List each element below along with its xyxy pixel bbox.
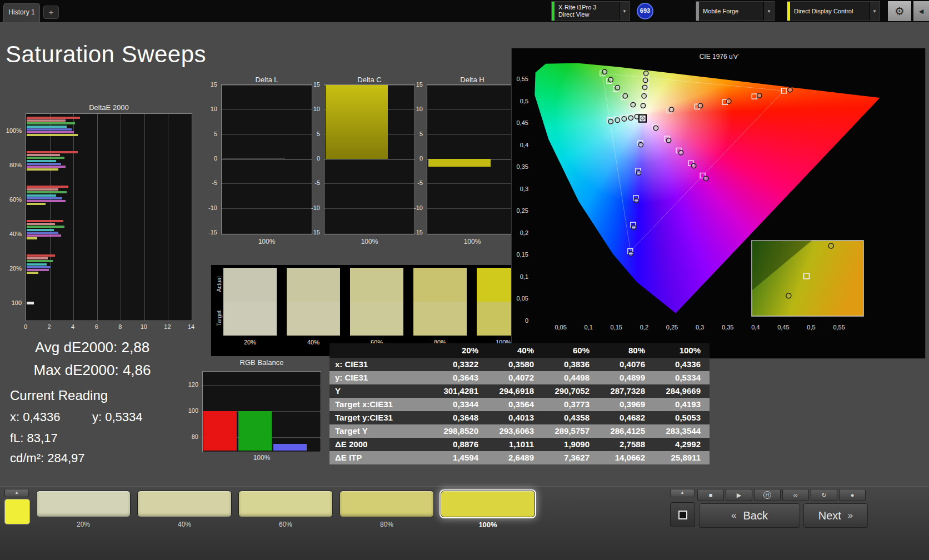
row-label: ΔE ITP [329,451,432,464]
next-button[interactable]: Next » [803,503,868,528]
bar [27,229,54,231]
measured-point-green [608,77,613,82]
bar [27,186,68,188]
bar [27,203,46,205]
bar [27,134,78,136]
swatch-label: 20% [223,336,277,346]
swatch-color [238,491,333,517]
cell-value: 0,4076 [598,358,654,371]
tick-label: 10 [211,106,217,112]
saturation-swatch-button-80%[interactable]: 80% [339,491,434,532]
current-x: x: 0,4336 [10,410,92,424]
bar [27,163,61,165]
swatch-label: 20% [36,517,131,528]
cell-value: 0,4899 [598,371,654,384]
table-row: Target x:CIE310,33440,35640,37730,39690,… [329,398,710,411]
actual-color [223,268,277,302]
bar [27,272,38,274]
actual-color [287,268,340,302]
y-tick-label: 0,35 [517,163,528,170]
meter-xrite-i1pro3[interactable]: X-Rite i1Pro 3 Direct View ▼ [551,1,630,21]
play-button[interactable]: ▶ [726,489,752,501]
current-cdm2: cd/m²: 284,97 [10,451,177,466]
column-header: 100% [654,343,710,358]
history-tab[interactable]: History 1 [3,3,40,22]
meter-mobile-forge[interactable]: Mobile Forge ▼ [696,1,775,21]
target-color [223,302,277,336]
back-button[interactable]: « Back [699,503,800,528]
gridline [222,159,312,159]
avg-de2000: Avg dE2000: 2,88 [8,339,177,356]
gridline [73,114,74,321]
tick-label: -10 [311,204,320,211]
plot-area [324,84,415,234]
meter-direct-display-control[interactable]: Direct Display Control ▼ [787,1,880,21]
saturation-swatch-button-40%[interactable]: 40% [137,491,232,532]
delta-l-chart: Delta L 151050-5-10-15 100% [202,76,312,249]
record-button[interactable]: ● [839,489,866,501]
saturation-swatch-button-20%[interactable]: 20% [36,491,131,532]
x-tick-label: 0,4 [751,324,760,331]
measured-point-yellow [642,94,646,98]
expand-left-button[interactable]: ▲ [4,489,29,497]
meter-text: Direct Display Control [790,2,869,21]
actual-color [350,268,403,302]
history-capture-button[interactable]: H [754,489,781,501]
cell-value: 0,5334 [654,371,710,384]
bar [27,269,49,271]
x-tick-label: 0,15 [611,324,622,331]
saturation-swatch-button-100%[interactable]: 100% [441,491,535,532]
gridline [121,114,121,321]
chevron-down-icon[interactable]: ▼ [619,2,630,21]
add-tab-button[interactable]: + [43,6,59,19]
chart-title: RGB Balance [202,358,321,367]
refresh-button[interactable]: ↻ [811,489,837,501]
tick-label: -10 [208,204,217,211]
current-reading-heading: Current Reading [10,388,177,403]
gridline [324,183,414,184]
tick-label: 100% [6,127,22,134]
cell-value: 294,6918 [487,384,543,398]
y-axis-labels: 80100120 [187,371,201,452]
plot-area [26,113,192,321]
target-color [350,302,403,336]
plot-area [221,84,312,234]
chevron-down-icon[interactable]: ▼ [869,2,880,21]
collapse-panel-button[interactable]: ◀ [913,1,929,21]
back-label: Back [743,509,768,522]
tick-label: -15 [311,229,320,236]
bar [27,200,66,202]
y-tick-label: 0,5 [520,98,528,104]
x-tick-label: 0,45 [777,324,789,331]
badge-693[interactable]: 693 [637,3,653,19]
table-row: Target y:CIE310,36480,40130,43580,46820,… [329,411,710,424]
square-stop-icon [678,511,687,519]
continuous-read-button[interactable]: ∞ [782,489,809,501]
table-row: ΔE ITP1,45942,64897,362714,066225,8911 [329,451,710,464]
target-color [413,302,467,336]
saturation-swatch-button-60%[interactable]: 60% [238,491,333,532]
swatch-color [137,491,232,517]
y-axis-labels: 100%80%60%40%20%100 [3,113,23,321]
bar [27,226,64,228]
tick-label: -15 [208,229,217,236]
chevron-down-icon[interactable]: ▼ [763,2,774,21]
tick-label: 10 [416,106,423,112]
cell-value: 25,8911 [654,451,710,464]
delta-c-chart: Delta C 151050-5-10-15 100% [305,76,415,249]
current-color-swatch[interactable] [4,499,30,524]
gridline [324,159,414,159]
stop-measure-button[interactable] [670,502,695,527]
table-header-row: 20%40%60%80%100% [329,343,710,358]
bar [203,411,237,451]
bar [27,234,61,237]
gridline [50,114,51,321]
gridline [203,385,321,386]
expand-right-button[interactable]: ▲ [670,489,695,497]
stop-button[interactable]: ■ [697,489,724,501]
settings-button[interactable]: ⚙ [888,1,911,21]
chart-title: Delta C [324,76,415,84]
bar [273,444,307,451]
tick-label: 14 [186,323,197,330]
bar [27,237,37,239]
